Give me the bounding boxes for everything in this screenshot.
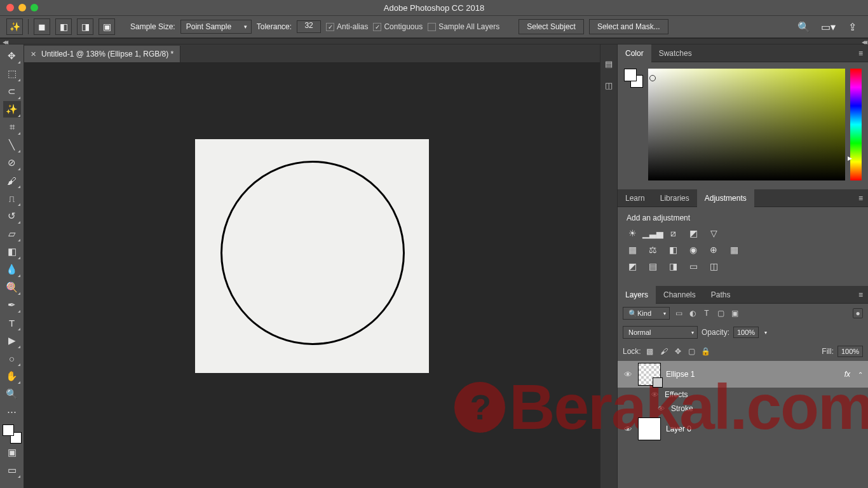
layer-thumbnail[interactable] — [638, 417, 661, 440]
magic-wand-tool[interactable]: ✨ — [3, 101, 21, 118]
search-icon[interactable]: 🔍 — [798, 21, 810, 32]
hue-sat-icon[interactable]: ▦ — [627, 244, 638, 255]
doc-tab[interactable]: ✕ Untitled-1 @ 138% (Ellipse 1, RGB/8) * — [24, 46, 180, 62]
tab-color[interactable]: Color — [618, 44, 651, 62]
eyedropper-tool[interactable]: ╲ — [3, 137, 21, 153]
collapse-strip-left[interactable]: ◀◀◀◀ — [0, 38, 868, 44]
tab-learn[interactable]: Learn — [618, 189, 653, 207]
tab-libraries[interactable]: Libraries — [653, 189, 697, 207]
maximize-window[interactable] — [31, 4, 38, 11]
workspace-icon[interactable]: ▭▾ — [822, 21, 834, 32]
antialias-checkbox[interactable]: Anti-alias — [326, 22, 368, 31]
properties-dock-icon[interactable]: ◫ — [602, 79, 615, 92]
intersect-selection-icon[interactable]: ▣ — [98, 18, 115, 35]
close-tab-icon[interactable]: ✕ — [31, 50, 36, 58]
levels-icon[interactable]: ▁▃▅ — [647, 227, 658, 239]
channel-mixer-icon[interactable]: ⊕ — [708, 244, 719, 255]
filter-shape-icon[interactable]: ▢ — [715, 308, 726, 318]
pen-tool[interactable]: ✒ — [3, 297, 21, 313]
contiguous-checkbox[interactable]: Contiguous — [373, 22, 423, 31]
foreground-color[interactable] — [3, 424, 14, 436]
hue-slider[interactable]: ▶ — [850, 69, 862, 180]
layer-thumbnail[interactable] — [638, 363, 661, 386]
crop-tool[interactable]: ⌗ — [3, 119, 21, 135]
path-select-tool[interactable]: ▶ — [3, 332, 21, 349]
minimize-window[interactable] — [18, 4, 26, 11]
gradient-tool[interactable]: ◧ — [3, 243, 21, 260]
filter-type-icon[interactable]: T — [702, 308, 712, 318]
screen-mode-icon[interactable]: ▭ — [3, 462, 21, 478]
clone-stamp-tool[interactable]: ⎍ — [3, 190, 21, 207]
layer-filter-kind[interactable]: 🔍 Kind — [623, 307, 670, 320]
zoom-tool[interactable]: 🔍 — [3, 386, 21, 402]
canvas[interactable]: ?Berakal.com — [24, 62, 600, 488]
tab-adjustments[interactable]: Adjustments — [697, 189, 754, 207]
curves-icon[interactable]: ⧄ — [667, 227, 679, 239]
color-balance-icon[interactable]: ⚖ — [647, 244, 658, 255]
color-panel-tabs: Color Swatches ≡ — [618, 44, 868, 62]
brightness-icon[interactable]: ☀ — [627, 227, 638, 239]
tolerance-input[interactable]: 32 — [297, 20, 321, 33]
healing-brush-tool[interactable]: ⊘ — [3, 154, 21, 171]
adjustments-panel-menu-icon[interactable]: ≡ — [858, 194, 863, 203]
tab-channels[interactable]: Channels — [656, 286, 703, 304]
opacity-input[interactable]: 100%▾ — [733, 327, 759, 338]
color-panel-menu-icon[interactable]: ≡ — [858, 49, 863, 58]
tab-paths[interactable]: Paths — [703, 286, 738, 304]
quick-mask-icon[interactable]: ▣ — [3, 444, 21, 461]
tab-layers[interactable]: Layers — [618, 286, 656, 304]
move-tool[interactable]: ✥ — [3, 48, 21, 64]
new-selection-icon[interactable]: ◼ — [34, 18, 50, 35]
marquee-tool[interactable]: ⬚ — [3, 65, 21, 82]
color-lookup-icon[interactable]: ▦ — [728, 244, 740, 255]
eraser-tool[interactable]: ▱ — [3, 226, 21, 242]
magic-wand-icon[interactable]: ✨ — [6, 18, 23, 35]
lock-all-icon[interactable]: 🔒 — [701, 346, 711, 356]
threshold-icon[interactable]: ◨ — [667, 261, 679, 272]
photo-filter-icon[interactable]: ◉ — [688, 244, 699, 255]
filter-toggle-icon[interactable]: ● — [853, 308, 863, 318]
blur-tool[interactable]: 💧 — [3, 261, 21, 278]
lock-image-icon[interactable]: 🖌 — [659, 346, 669, 356]
vibrance-icon[interactable]: ▽ — [708, 227, 719, 239]
filter-adjustment-icon[interactable]: ◐ — [688, 308, 698, 318]
fill-input[interactable]: 100%▾ — [837, 346, 863, 357]
layers-panel-menu-icon[interactable]: ≡ — [858, 290, 863, 299]
edit-toolbar[interactable]: ⋯ — [3, 403, 21, 420]
select-and-mask-button[interactable]: Select and Mask... — [589, 19, 668, 34]
close-window[interactable] — [6, 4, 14, 11]
bw-icon[interactable]: ◧ — [667, 244, 679, 255]
lock-position-icon[interactable]: ✥ — [673, 346, 683, 356]
hand-tool[interactable]: ✋ — [3, 368, 21, 384]
options-bar: ✨ ◼ ◧ ◨ ▣ Sample Size: Point Sample Tole… — [0, 15, 868, 38]
add-selection-icon[interactable]: ◧ — [55, 18, 72, 35]
posterize-icon[interactable]: ▤ — [647, 261, 658, 272]
color-swatch[interactable] — [3, 424, 22, 444]
tab-swatches[interactable]: Swatches — [651, 44, 700, 62]
exposure-icon[interactable]: ◩ — [688, 227, 699, 239]
filter-image-icon[interactable]: ▭ — [674, 308, 684, 318]
shape-tool[interactable]: ○ — [3, 350, 21, 367]
subtract-selection-icon[interactable]: ◨ — [77, 18, 93, 35]
sample-all-checkbox[interactable]: Sample All Layers — [428, 22, 499, 31]
sample-size-select[interactable]: Point Sample — [180, 20, 252, 34]
gradient-map-icon[interactable]: ▭ — [688, 261, 699, 272]
brush-tool[interactable]: 🖌 — [3, 172, 21, 189]
share-icon[interactable]: ⇪ — [846, 21, 858, 32]
history-brush-tool[interactable]: ↺ — [3, 208, 21, 224]
invert-icon[interactable]: ◩ — [627, 261, 638, 272]
select-subject-button[interactable]: Select Subject — [519, 19, 584, 34]
history-dock-icon[interactable]: ▤ — [602, 57, 615, 70]
adjustments-panel: Add an adjustment ☀ ▁▃▅ ⧄ ◩ ▽ ▦ ⚖ ◧ ◉ ⊕ … — [618, 207, 868, 286]
lasso-tool[interactable]: ⊂ — [3, 83, 21, 100]
filter-smart-icon[interactable]: ▣ — [729, 308, 740, 318]
selective-color-icon[interactable]: ◫ — [708, 261, 719, 272]
lock-artboard-icon[interactable]: ▢ — [687, 346, 697, 356]
color-panel-swatch[interactable] — [624, 69, 643, 88]
blend-mode-select[interactable]: Normal — [623, 326, 698, 339]
dodge-tool[interactable]: 🍭 — [3, 279, 21, 295]
lock-transparency-icon[interactable]: ▩ — [645, 346, 655, 356]
type-tool[interactable]: T — [3, 315, 21, 331]
sample-size-label: Sample Size: — [130, 22, 175, 31]
color-field[interactable] — [648, 69, 845, 180]
